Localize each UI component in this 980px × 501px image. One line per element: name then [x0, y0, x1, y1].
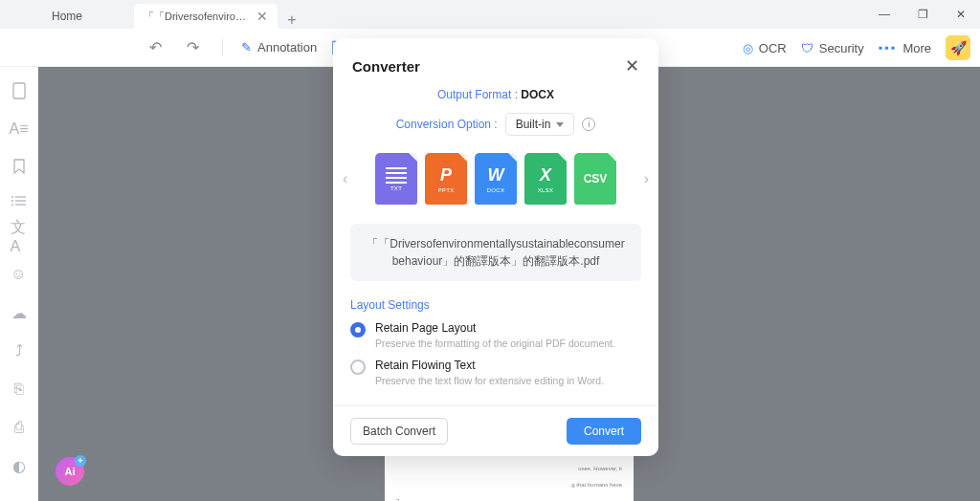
radio-retain-page-layout[interactable]: Retain Page Layout Preserve the formatti… [350, 321, 641, 349]
opt2-desc: Preserve the text flow for extensive edi… [375, 375, 604, 386]
svg-rect-0 [13, 83, 25, 98]
search-icon[interactable]: ⌕ [11, 495, 28, 501]
convert-button[interactable]: Convert [567, 418, 641, 445]
window-controls: — ❐ ✕ [865, 0, 980, 29]
ocr-icon: ◎ [743, 41, 753, 55]
page-number: 2. [396, 496, 622, 501]
opt1-title: Retain Page Layout [375, 321, 615, 335]
tab-active-label: 「「Driversofenvironme... [144, 10, 249, 24]
layout-settings: Layout Settings Retain Page Layout Prese… [333, 298, 658, 405]
ocr-label: OCR [759, 41, 787, 55]
format-docx[interactable]: W DOCX [475, 153, 517, 205]
radio-retain-flowing-text[interactable]: Retain Flowing Text Preserve the text fl… [350, 359, 641, 386]
page-icon[interactable] [11, 82, 28, 99]
left-sidebar: A≡ 文A ☺ ☁ ⤴ ⎘ ⎙ ◐ ⌕ [0, 67, 38, 501]
pen-icon: ✎ [241, 40, 252, 54]
new-tab-button[interactable]: + [278, 11, 306, 29]
more-label: More [902, 41, 931, 55]
export-icon[interactable]: ⎘ [11, 381, 28, 398]
titlebar: Home 「「Driversofenvironme... ✕ + — ❐ ✕ [0, 0, 980, 29]
format-csv[interactable]: CSV [574, 153, 616, 205]
conversion-option-label: Conversion Option : [396, 118, 498, 131]
dialog-title: Converter [352, 58, 420, 75]
ai-assistant-button[interactable]: Ai [56, 457, 84, 486]
format-txt[interactable]: TXT [375, 153, 417, 205]
conversion-option-select[interactable]: Built-in [505, 113, 575, 136]
translate-icon[interactable]: 文A [11, 228, 28, 245]
carousel-next-icon[interactable]: › [640, 170, 653, 187]
ocr-button[interactable]: ◎ OCR [743, 41, 787, 55]
format-xlsx[interactable]: X XLSX [524, 153, 567, 205]
security-label: Security [819, 41, 864, 55]
dialog-close-icon[interactable]: ✕ [625, 55, 639, 76]
shield-icon: 🛡 [801, 41, 813, 55]
security-button[interactable]: 🛡 Security [801, 41, 864, 55]
minimize-icon[interactable]: — [865, 0, 903, 29]
redo-icon[interactable]: ↷ [181, 36, 204, 59]
converter-dialog: Converter ✕ Output Format : DOCX Convers… [333, 38, 658, 456]
text-style-icon[interactable]: A≡ [11, 120, 28, 138]
dialog-footer: Batch Convert Convert [333, 405, 658, 456]
print-icon[interactable]: ⎙ [11, 419, 28, 436]
emoji-icon[interactable]: ☺ [11, 266, 28, 283]
undo-icon[interactable]: ↶ [144, 36, 167, 59]
filename-box: 「「Driversofenvironmentallysustainablecon… [350, 224, 641, 281]
rocket-icon[interactable]: 🚀 [946, 35, 970, 60]
info-icon[interactable]: i [582, 118, 595, 131]
svg-point-6 [11, 204, 13, 206]
radio-selected-icon [350, 322, 366, 338]
close-window-icon[interactable]: ✕ [942, 0, 980, 29]
format-carousel: ‹ TXT P PPTX W DOCX X XLSX CSV › [333, 153, 658, 205]
output-format-line: Output Format : DOCX [333, 88, 658, 101]
more-button[interactable]: ••• More [879, 41, 931, 55]
annotation-button[interactable]: ✎ Annotation [241, 40, 317, 54]
cloud-icon[interactable]: ☁ [11, 304, 28, 321]
carousel-prev-icon[interactable]: ‹ [339, 170, 351, 187]
output-format-value: DOCX [521, 88, 554, 101]
layout-settings-title: Layout Settings [350, 298, 641, 312]
list-icon[interactable] [11, 195, 28, 207]
toolbar-separator [222, 39, 223, 56]
maximize-icon[interactable]: ❐ [903, 0, 942, 29]
tab-home[interactable]: Home [0, 4, 134, 29]
toolbar-right: ◎ OCR 🛡 Security ••• More 🚀 [743, 35, 970, 60]
txt-lines-icon [386, 167, 407, 184]
tab-close-icon[interactable]: ✕ [256, 9, 268, 24]
svg-point-5 [11, 200, 13, 202]
format-pptx[interactable]: P PPTX [425, 153, 467, 205]
share-icon[interactable]: ⤴ [11, 342, 28, 359]
batch-convert-button[interactable]: Batch Convert [350, 418, 448, 445]
tab-active[interactable]: 「「Driversofenvironme... ✕ [134, 4, 278, 29]
theme-icon[interactable]: ◐ [11, 457, 28, 474]
svg-point-4 [11, 196, 13, 198]
more-dots-icon: ••• [879, 41, 898, 55]
annotation-label: Annotation [257, 40, 317, 54]
opt2-title: Retain Flowing Text [375, 359, 604, 372]
radio-unselected-icon [350, 359, 366, 375]
opt1-desc: Preserve the formatting of the original … [375, 338, 615, 349]
conversion-option-row: Conversion Option : Built-in i [333, 113, 658, 136]
bookmark-icon[interactable] [11, 159, 28, 174]
